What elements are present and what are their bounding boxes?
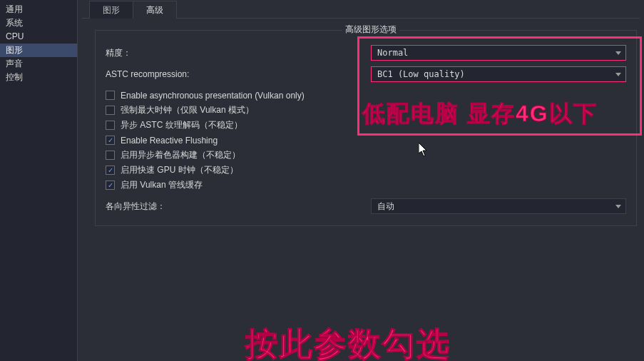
checkbox-fast-gpu-time[interactable] [106,166,115,175]
accuracy-combo[interactable]: Normal [371,45,626,61]
main-panel: 图形 高级 高级图形选项 精度： Normal ASTC recompressi… [78,0,644,361]
checkbox-label: Enable Reactive Flushing [121,136,218,146]
checkbox-label: 启用异步着色器构建（不稳定） [121,149,240,161]
aniso-value: 自动 [377,200,394,213]
sidebar: 通用 系统 CPU 图形 声音 控制 [0,0,78,361]
aniso-label: 各向异性过滤： [106,200,371,213]
sidebar-item-general[interactable]: 通用 [0,3,77,16]
astc-combo[interactable]: BC1 (Low quality) [371,66,626,82]
sidebar-item-graphics[interactable]: 图形 [0,44,77,57]
checkbox-label: 启用快速 GPU 时钟（不稳定） [121,164,238,176]
tab-advanced[interactable]: 高级 [133,1,177,19]
chevron-down-icon [615,73,621,76]
checkbox-reactive-flushing[interactable] [106,136,115,145]
tab-graphics[interactable]: 图形 [89,1,133,19]
tab-bar: 图形 高级 [82,0,640,19]
sidebar-item-cpu[interactable]: CPU [0,30,77,44]
sidebar-item-controls[interactable]: 控制 [0,71,77,84]
checkbox-async-presentation[interactable] [106,91,115,100]
checkbox-force-max-clock[interactable] [106,106,115,115]
checkbox-async-astc[interactable] [106,121,115,130]
sidebar-item-audio[interactable]: 声音 [0,57,77,71]
astc-label: ASTC recompression: [106,69,371,79]
checkbox-label: 强制最大时钟（仅限 Vulkan 模式） [121,104,254,116]
accuracy-value: Normal [377,48,408,58]
chevron-down-icon [615,51,621,55]
astc-value: BC1 (Low quality) [377,69,465,79]
checkbox-label: 启用 Vulkan 管线缓存 [121,179,203,191]
checkbox-vulkan-pipeline-cache[interactable] [106,180,115,190]
checkbox-async-shaders[interactable] [106,151,115,160]
annotation-text-top: 低配电脑 显存4G以下 [362,98,598,130]
checkbox-label: 异步 ASTC 纹理解码（不稳定） [121,119,242,131]
accuracy-label: 精度： [106,47,371,59]
sidebar-item-system[interactable]: 系统 [0,16,77,30]
chevron-down-icon [615,205,621,208]
checkbox-label: Enable asynchronous presentation (Vulkan… [121,91,305,101]
annotation-text-bottom: 按此参数勾选 [245,322,451,361]
group-title: 高级图形选项 [342,24,399,36]
aniso-combo[interactable]: 自动 [371,198,626,214]
